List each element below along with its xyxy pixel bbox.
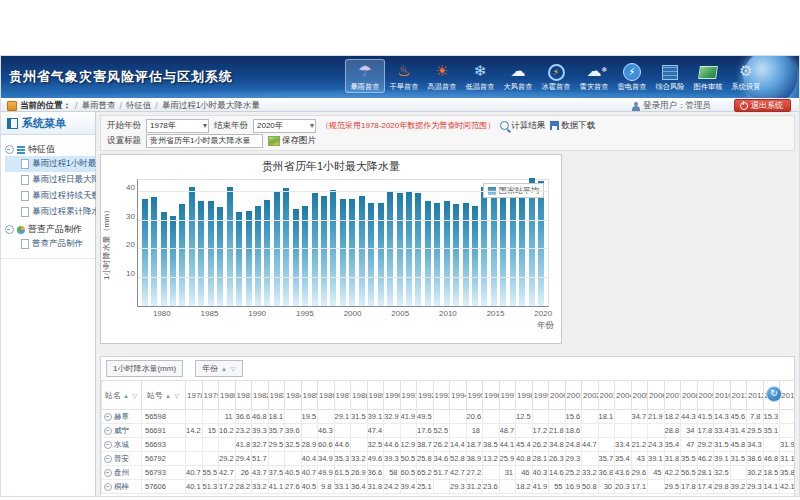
sidebar-item-普查产品制作[interactable]: 普查产品制作 xyxy=(5,236,95,252)
end-year-select[interactable]: 2020年 xyxy=(253,119,316,133)
bar-2008[interactable] xyxy=(425,201,431,306)
bar-1983[interactable] xyxy=(189,187,195,306)
sidebar-item-暴雨过程1小时最大降水量[interactable]: 暴雨过程1小时最大降水量 xyxy=(5,156,95,172)
year-header-1991[interactable]: 1991 xyxy=(400,381,417,410)
bar-1978[interactable] xyxy=(142,199,148,306)
toolbar-item-高温普查[interactable]: ☀高温普查 xyxy=(423,59,461,93)
bar-2015[interactable] xyxy=(491,183,497,306)
measure-chip[interactable]: 1小时降水量(mm) xyxy=(106,360,183,377)
bar-1979[interactable] xyxy=(151,197,157,306)
year-header-1983[interactable]: 1983 xyxy=(268,381,285,410)
collapse-icon[interactable] xyxy=(5,145,14,154)
year-header-1990[interactable]: 1990 xyxy=(384,381,401,410)
year-header-1986[interactable]: 1986 xyxy=(318,381,335,410)
bar-1985[interactable] xyxy=(208,201,214,306)
year-header-1994[interactable]: 1994 xyxy=(450,381,467,410)
year-header-2008[interactable]: 2008 xyxy=(681,381,698,410)
bar-2002[interactable] xyxy=(368,203,374,307)
toolbar-item-雪灾普查[interactable]: ☁❄雪灾普查 xyxy=(575,59,613,93)
table-row-威宁[interactable]: 威宁5669114.21516.223.239.335.739.646.347.… xyxy=(102,424,795,438)
year-header-1992[interactable]: 1992 xyxy=(417,381,434,410)
year-header-1989[interactable]: 1989 xyxy=(367,381,384,410)
collapse-icon[interactable] xyxy=(5,225,14,234)
year-header-1985[interactable]: 1985 xyxy=(301,381,318,410)
toolbar-item-干旱普查[interactable]: ♨干旱普查 xyxy=(385,59,423,93)
year-header-1984[interactable]: 1984 xyxy=(285,381,302,410)
table-row-赫章[interactable]: 赫章565981136.646.818.119.529.131.539.132.… xyxy=(102,410,795,424)
sort-icons[interactable]: ▲ ▽ xyxy=(165,393,180,399)
year-header-2005[interactable]: 2005 xyxy=(631,381,648,410)
toolbar-item-雷电普查[interactable]: ⚡雷电普查 xyxy=(613,59,651,93)
pivot-table-wrap[interactable]: 站名 ▲ ▽站号 ▲ ▽1978197919801981198219831984… xyxy=(101,380,794,494)
bar-2010[interactable] xyxy=(444,201,450,307)
bar-1989[interactable] xyxy=(246,211,252,306)
bar-2014[interactable] xyxy=(481,187,487,307)
year-header-2006[interactable]: 2006 xyxy=(648,381,665,410)
bar-1984[interactable] xyxy=(198,201,204,306)
download-button[interactable]: 数据下载 xyxy=(550,120,595,132)
table-row-水城[interactable]: 水城5669341.832.729.532.528.960.644.632.54… xyxy=(102,438,795,452)
bar-1997[interactable] xyxy=(321,196,327,306)
year-header-1978[interactable]: 1978 xyxy=(186,381,203,410)
toolbar-item-图件审核[interactable]: 图件审核 xyxy=(689,59,727,93)
bar-2009[interactable] xyxy=(434,203,440,306)
bar-1986[interactable] xyxy=(217,207,223,306)
calculate-button[interactable]: 计算结果 xyxy=(500,120,545,132)
expand-icon[interactable] xyxy=(104,455,112,463)
bar-1988[interactable] xyxy=(236,212,242,306)
bar-1996[interactable] xyxy=(312,193,318,307)
year-header-2001[interactable]: 2001 xyxy=(565,381,582,410)
expand-icon[interactable] xyxy=(104,413,112,421)
toolbar-item-大风普查[interactable]: ☁大风普查 xyxy=(499,59,537,93)
bar-2007[interactable] xyxy=(415,193,421,307)
toolbar-item-系统设置[interactable]: ⚙系统设置 xyxy=(727,59,765,93)
start-year-select[interactable]: 1978年 xyxy=(146,119,209,133)
year-header-2009[interactable]: 2009 xyxy=(697,381,714,410)
year-header-2000[interactable]: 2000 xyxy=(549,381,566,410)
pivot-float-button[interactable]: ↻ xyxy=(766,386,782,402)
bar-1981[interactable] xyxy=(170,216,176,306)
breadcrumb-part[interactable]: 暴雨过程1小时最大降水量 xyxy=(162,100,260,112)
bar-2013[interactable] xyxy=(472,206,478,306)
year-header-1981[interactable]: 1981 xyxy=(235,381,252,410)
year-header-2011[interactable]: 2011 xyxy=(730,381,747,410)
bar-1980[interactable] xyxy=(161,212,167,306)
year-header-1987[interactable]: 1987 xyxy=(334,381,351,410)
bar-1995[interactable] xyxy=(302,206,308,306)
year-header-2010[interactable]: 2010 xyxy=(714,381,731,410)
bar-1987[interactable] xyxy=(227,187,233,306)
sidebar-item-暴雨过程累计降水量[interactable]: 暴雨过程累计降水量 xyxy=(5,204,95,220)
expand-icon[interactable] xyxy=(104,441,112,449)
bar-2000[interactable] xyxy=(349,199,355,306)
sidebar-group-普查产品制作[interactable]: 普查产品制作 xyxy=(5,223,95,236)
year-header-2002[interactable]: 2002 xyxy=(582,381,599,410)
toolbar-item-综合风险[interactable]: 综合风险 xyxy=(651,59,689,93)
bar-2016[interactable] xyxy=(500,196,506,306)
sidebar-item-暴雨过程持续天数[interactable]: 暴雨过程持续天数 xyxy=(5,188,95,204)
year-header-1995[interactable]: 1995 xyxy=(466,381,483,410)
bar-1993[interactable] xyxy=(283,188,289,306)
year-header-1993[interactable]: 1993 xyxy=(433,381,450,410)
year-header-1988[interactable]: 1988 xyxy=(351,381,368,410)
save-image-button[interactable]: 保存图片 xyxy=(268,135,316,147)
sort-icons[interactable]: ▲ ▽ xyxy=(123,393,138,399)
bar-1990[interactable] xyxy=(255,206,261,306)
expand-icon[interactable] xyxy=(104,427,112,435)
sort-icons[interactable]: ▲ ▽ xyxy=(221,365,236,372)
table-row-桐梓[interactable]: 桐梓5760640.151.317.228.233.241.127.640.59… xyxy=(102,480,795,494)
breadcrumb-part[interactable]: 特征值 xyxy=(126,100,152,112)
breadcrumb-part[interactable]: 暴雨普查 xyxy=(81,100,115,112)
year-header-2004[interactable]: 2004 xyxy=(615,381,632,410)
sidebar-group-特征值[interactable]: 特征值 xyxy=(5,143,95,156)
year-header-1998[interactable]: 1998 xyxy=(516,381,533,410)
year-header-2012[interactable]: 2012 xyxy=(747,381,764,410)
toolbar-item-暴雨普查[interactable]: ☂暴雨普查 xyxy=(345,59,385,93)
bar-1991[interactable] xyxy=(264,200,270,306)
bar-2005[interactable] xyxy=(397,193,403,306)
bar-2020[interactable] xyxy=(538,181,544,306)
year-header-1982[interactable]: 1982 xyxy=(252,381,269,410)
toolbar-item-低温普查[interactable]: ❄低温普查 xyxy=(461,59,499,93)
year-header-2007[interactable]: 2007 xyxy=(664,381,681,410)
logout-button[interactable]: 退出系统 xyxy=(734,99,791,112)
bar-2012[interactable] xyxy=(463,203,469,306)
